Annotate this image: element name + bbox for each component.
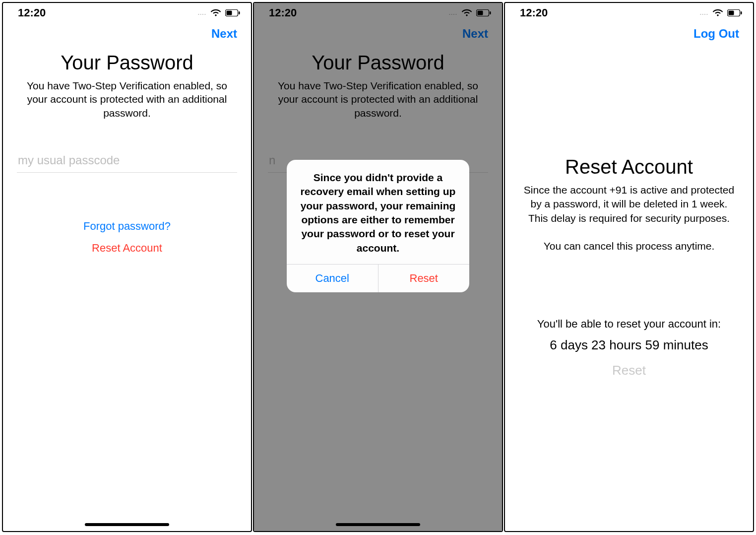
svg-rect-1 — [227, 11, 232, 15]
countdown-label: You'll be able to reset your account in: — [519, 318, 739, 331]
screen-3-reset-account: 12:20 .... Log Out Reset Account Since t… — [504, 2, 754, 532]
next-button[interactable]: Next — [208, 26, 240, 41]
password-input[interactable] — [17, 149, 237, 173]
battery-icon — [225, 9, 240, 16]
screen-1-your-password: 12:20 .... Next Your Password You have T… — [2, 2, 252, 532]
reset-account-link[interactable]: Reset Account — [17, 237, 237, 259]
wifi-icon — [712, 9, 723, 17]
cellular-dots-icon: .... — [198, 9, 206, 16]
page-subtitle: You have Two-Step Verification enabled, … — [17, 79, 237, 120]
alert-reset-button[interactable]: Reset — [378, 265, 470, 292]
page-title: Reset Account — [519, 156, 739, 178]
cancel-note-text: You can cancel this process anytime. — [519, 239, 739, 253]
status-bar: 12:20 .... — [3, 3, 251, 23]
nav-bar: Log Out — [505, 23, 753, 45]
reset-info-text: Since the account +91 is active and prot… — [519, 183, 739, 225]
reset-confirm-alert: Since you didn't provide a recovery emai… — [287, 160, 469, 292]
wifi-icon — [210, 9, 221, 17]
screenshot-triptych: 12:20 .... Next Your Password You have T… — [0, 0, 756, 535]
logout-button[interactable]: Log Out — [691, 26, 742, 41]
battery-icon — [727, 9, 742, 16]
nav-bar: Next — [3, 23, 251, 45]
status-time: 12:20 — [520, 6, 548, 19]
countdown-value: 6 days 23 hours 59 minutes — [519, 337, 739, 353]
svg-rect-2 — [239, 11, 240, 14]
svg-rect-8 — [741, 11, 742, 14]
status-time: 12:20 — [18, 6, 46, 19]
forgot-password-link[interactable]: Forgot password? — [17, 215, 237, 237]
cellular-dots-icon: .... — [700, 9, 708, 16]
alert-message: Since you didn't provide a recovery emai… — [287, 160, 469, 264]
reset-button-disabled: Reset — [519, 363, 739, 378]
page-title: Your Password — [17, 52, 237, 74]
status-bar: 12:20 .... — [505, 3, 753, 23]
screen-2-reset-alert: 12:20 .... Next Your Password You have T… — [253, 2, 503, 532]
alert-cancel-button[interactable]: Cancel — [287, 265, 378, 292]
home-indicator[interactable] — [85, 523, 169, 526]
svg-rect-7 — [729, 11, 734, 15]
